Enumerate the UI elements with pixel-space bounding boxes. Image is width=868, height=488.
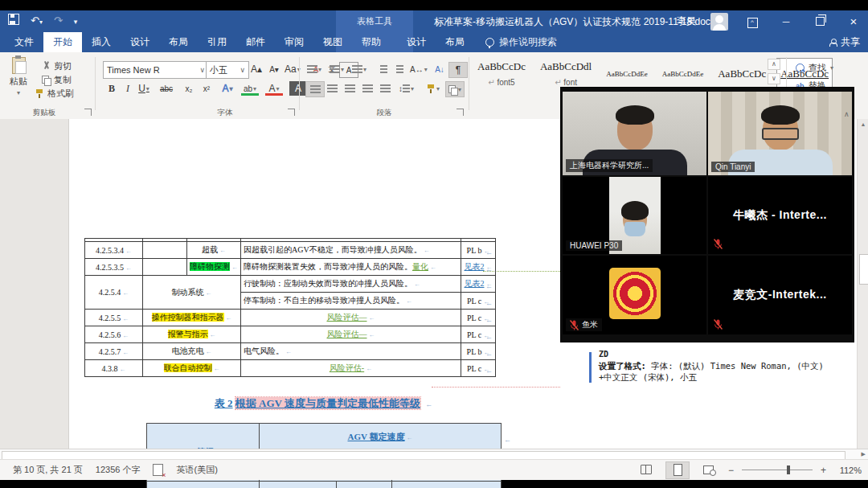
- character-shading-button[interactable]: A: [289, 81, 307, 96]
- cell-text: 风险评估-: [330, 363, 364, 372]
- scroll-right-button[interactable]: ▶: [862, 451, 866, 457]
- zoom-out-button[interactable]: −: [728, 465, 734, 476]
- bold-button[interactable]: B: [103, 81, 121, 96]
- comment-balloon[interactable]: ZD 设置了格式: 字体: (默认) Times New Roman, (中文)…: [599, 349, 858, 383]
- asian-layout-button[interactable]: A↔▾: [408, 62, 429, 76]
- vertical-scrollbar[interactable]: ▲: [857, 119, 868, 449]
- find-button[interactable]: 查找 ▾: [796, 62, 833, 74]
- zoom-percentage[interactable]: 112%: [834, 465, 862, 475]
- zoom-in-button[interactable]: +: [821, 465, 826, 476]
- language-indicator[interactable]: 英语(美国): [176, 464, 217, 476]
- print-layout-button[interactable]: [665, 461, 690, 479]
- participant-tile[interactable]: Qin Tianyi: [708, 92, 852, 175]
- styles-scroll-down-button[interactable]: ∨: [768, 73, 780, 84]
- tab-审阅[interactable]: 审阅: [275, 32, 313, 52]
- line-spacing-button[interactable]: ↕▾: [397, 81, 416, 96]
- cell-text: 见表2: [465, 279, 485, 288]
- clipboard-dialog-launcher[interactable]: [84, 109, 92, 116]
- tab-视图[interactable]: 视图: [313, 32, 352, 52]
- zoom-slider-thumb[interactable]: [787, 465, 790, 474]
- style-chip[interactable]: AaBbCcDc: [714, 59, 769, 88]
- font-name-dropdown-icon: ∨: [199, 66, 205, 74]
- align-left-button[interactable]: [305, 81, 325, 97]
- collapse-ribbon-button[interactable]: ∧: [844, 110, 850, 118]
- copy-button[interactable]: 复制: [42, 74, 72, 86]
- decrease-indent-button[interactable]: [375, 62, 392, 76]
- tab-开始[interactable]: 开始: [43, 32, 82, 52]
- font-size-combo[interactable]: 小五 ∨: [206, 61, 249, 79]
- tab-设计[interactable]: 设计: [121, 32, 159, 52]
- tab-file[interactable]: 文件: [5, 32, 43, 52]
- tab-插入[interactable]: 插入: [82, 32, 121, 52]
- zoom-slider[interactable]: [742, 470, 813, 470]
- undo-dropdown-icon: ▾: [39, 18, 43, 26]
- underline-button[interactable]: U▾: [135, 81, 153, 96]
- user-avatar[interactable]: [710, 13, 728, 31]
- minimize-button[interactable]: ─: [776, 16, 796, 27]
- numbering-button[interactable]: ▾: [328, 62, 346, 76]
- save-button[interactable]: [8, 14, 19, 27]
- read-mode-button[interactable]: [635, 462, 657, 478]
- subscript-button[interactable]: x₂: [180, 81, 198, 96]
- close-button[interactable]: ×: [844, 14, 863, 28]
- ribbon-display-options-button[interactable]: ^: [743, 15, 762, 28]
- increase-indent-button[interactable]: [391, 62, 408, 76]
- strikethrough-button[interactable]: abc: [158, 81, 175, 96]
- tab-布局[interactable]: 布局: [159, 32, 198, 52]
- style-chip[interactable]: AaBbCcDcfont5: [474, 59, 529, 88]
- tell-me-search[interactable]: 操作说明搜索: [485, 32, 557, 52]
- text-effects-button[interactable]: A▾: [219, 81, 236, 96]
- style-chip[interactable]: AaBbCcDdEe: [603, 59, 651, 88]
- contextual-tab-设计[interactable]: 设计: [397, 32, 436, 52]
- cut-button[interactable]: 剪切: [42, 60, 72, 72]
- paste-button[interactable]: 粘贴 ▾: [10, 57, 27, 96]
- tab-引用[interactable]: 引用: [198, 32, 236, 52]
- contextual-tab-布局[interactable]: 布局: [436, 32, 474, 52]
- multilevel-list-button[interactable]: ▾: [350, 62, 368, 76]
- style-preview: AaBbCcDdl: [540, 60, 592, 73]
- sort-button[interactable]: A↓: [431, 62, 448, 76]
- participant-tile[interactable]: 上海电器科学研究所...: [563, 92, 706, 175]
- justify-button[interactable]: [358, 81, 376, 96]
- participant-tile[interactable]: HUAWEI P30: [563, 177, 706, 254]
- word-count[interactable]: 12356 个字: [96, 464, 141, 476]
- share-button[interactable]: 共享: [829, 32, 860, 52]
- format-painter-button[interactable]: 格式刷: [35, 88, 74, 100]
- distribute-button[interactable]: [376, 81, 394, 96]
- tab-邮件[interactable]: 邮件: [236, 32, 275, 52]
- participant-tile[interactable]: 牛曦杰 - Interte...: [708, 177, 852, 254]
- horizontal-scrollbar[interactable]: ▶: [0, 449, 868, 460]
- italic-button[interactable]: I: [119, 81, 137, 96]
- superscript-button[interactable]: x²: [198, 81, 215, 96]
- page-indicator[interactable]: 第 10 页, 共 21 页: [13, 464, 83, 476]
- undo-button[interactable]: ↶▾: [31, 14, 43, 27]
- tab-帮助[interactable]: 帮助: [352, 32, 391, 52]
- proofing-status[interactable]: [153, 464, 163, 476]
- vertical-scrollbar-thumb[interactable]: [859, 254, 868, 285]
- style-chip[interactable]: AaBbCcDdlfont: [537, 59, 595, 88]
- shrink-font-button[interactable]: A▾: [265, 62, 283, 76]
- show-hide-marks-button[interactable]: ¶: [448, 62, 468, 78]
- align-center-button[interactable]: [323, 81, 341, 96]
- restore-button[interactable]: [810, 14, 829, 28]
- font-name-combo[interactable]: Times New R ∨: [103, 61, 209, 79]
- borders-button[interactable]: ▾: [445, 81, 465, 97]
- align-right-button[interactable]: [341, 81, 358, 96]
- participant-tile[interactable]: 鱼米: [563, 256, 706, 334]
- paragraph-dialog-launcher[interactable]: [457, 109, 464, 116]
- participant-tile[interactable]: 麦竞文-Intertek...: [708, 256, 852, 334]
- bullets-button[interactable]: ▾: [305, 62, 323, 76]
- text-highlight-button[interactable]: ab▾: [241, 81, 259, 96]
- web-layout-button[interactable]: [698, 462, 720, 478]
- customize-qat-button[interactable]: ▾: [74, 14, 78, 27]
- styles-scroll-up-button[interactable]: ∧: [768, 59, 780, 70]
- cell-text: 4.2.5.5: [99, 314, 121, 322]
- grow-font-button[interactable]: A▴: [248, 62, 265, 76]
- redo-button[interactable]: ↷: [54, 14, 63, 27]
- video-conference-panel[interactable]: 上海电器科学研究所...Qin TianyiHUAWEI P30牛曦杰 - In…: [560, 87, 854, 342]
- shading-button[interactable]: ▾: [424, 81, 442, 96]
- style-chip[interactable]: AaBbCcDdEe: [659, 59, 707, 88]
- scroll-up-button[interactable]: ▲: [858, 119, 868, 130]
- font-color-button[interactable]: A▾: [265, 81, 283, 96]
- font-dialog-launcher[interactable]: [288, 109, 295, 116]
